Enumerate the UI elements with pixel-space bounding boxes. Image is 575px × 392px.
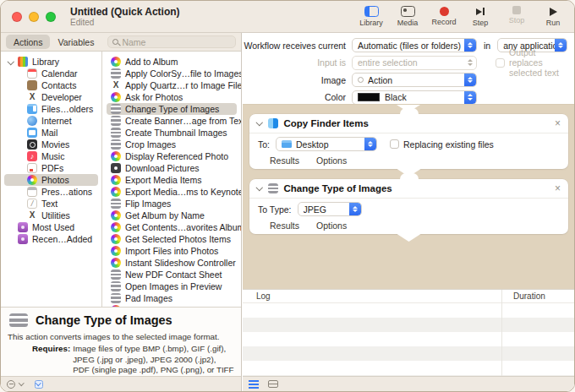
- mail-icon: [27, 128, 37, 138]
- media-photo-icon: [401, 6, 415, 17]
- action-item-import-files-into-photos[interactable]: Import Files into Photos: [102, 245, 241, 257]
- sidebar-item-music[interactable]: ♪Music: [1, 150, 101, 162]
- remove-action-button[interactable]: ×: [555, 182, 561, 194]
- action-item-get-selected-photos-items[interactable]: Get Selected Photos Items: [102, 233, 241, 245]
- library-toolbar-button[interactable]: Library: [359, 6, 384, 27]
- search-input[interactable]: [122, 37, 231, 47]
- xtool-icon: X: [27, 92, 37, 102]
- remove-action-button[interactable]: ×: [555, 117, 561, 129]
- sidebar-item-mail[interactable]: Mail: [1, 127, 101, 139]
- collapse-chevron-icon[interactable]: [256, 184, 263, 191]
- action-item-pad-images[interactable]: Pad Images: [102, 292, 241, 304]
- action-item-download-pictures[interactable]: Download Pictures: [102, 162, 241, 174]
- action-item-change-type-of-images[interactable]: Change Type of Images: [107, 103, 237, 115]
- folderdoc-icon: [27, 104, 37, 114]
- action-item-instant-slideshow-controller[interactable]: Instant Slideshow Controller: [102, 257, 241, 269]
- sidebar-item-calendar[interactable]: Calendar: [1, 68, 101, 79]
- action-item-get-contents-avorites-album[interactable]: Get Contents…avorites Album: [102, 221, 241, 233]
- options-link[interactable]: Options: [316, 220, 347, 231]
- workflow-receives-popup[interactable]: Automatic (files or folders): [352, 38, 477, 52]
- action-item-export-media-ms-to-keynote[interactable]: Export Media…ms to Keynote: [102, 186, 241, 198]
- results-link[interactable]: Results: [270, 155, 299, 166]
- record-toolbar-button[interactable]: Record: [431, 6, 457, 27]
- sidebar-item-movies[interactable]: Movies: [1, 139, 101, 150]
- collapse-chevron-icon[interactable]: [256, 119, 263, 126]
- photos-icon: [111, 246, 121, 256]
- action-item-get-album-by-name[interactable]: Get Album by Name: [102, 210, 241, 221]
- destination-popup[interactable]: Desktop: [276, 137, 377, 151]
- sidebar-item-label: Library: [32, 57, 59, 67]
- photos-icon: [111, 234, 121, 244]
- action-item-create-banner-age-from-text[interactable]: Create Banner…age from Text: [102, 115, 241, 127]
- close-window-button[interactable]: [12, 12, 22, 22]
- replacing-files-checkbox[interactable]: [390, 139, 399, 149]
- sidebar-item-recen-added[interactable]: Recen…Added: [1, 233, 101, 245]
- sidebar-item-most-used[interactable]: Most Used: [1, 221, 101, 233]
- action-menu-icon[interactable]: [7, 380, 15, 389]
- chevron-down-icon[interactable]: [19, 380, 24, 385]
- sidebar-item-utilities[interactable]: XUtilities: [1, 210, 101, 221]
- action-item-label: Change Type of Images: [125, 104, 219, 114]
- action-item-open-images-in-preview[interactable]: Open Images in Preview: [102, 280, 241, 292]
- action-item-crop-images[interactable]: Crop Images: [102, 139, 241, 150]
- sidebar-item-library[interactable]: Library: [1, 56, 101, 68]
- popup-stepper-icon: [349, 203, 361, 215]
- tab-variables[interactable]: Variables: [50, 35, 101, 49]
- minimize-window-button[interactable]: [29, 12, 39, 22]
- results-link[interactable]: Results: [270, 220, 299, 231]
- sidebar-item-developer[interactable]: XDeveloper: [1, 91, 101, 103]
- convert-icon: [111, 104, 121, 114]
- zoom-window-button[interactable]: [46, 12, 56, 22]
- log-empty-row: [243, 318, 574, 332]
- sidebar-item-photos[interactable]: Photos: [4, 174, 98, 186]
- action-item-add-to-album[interactable]: Add to Album: [102, 56, 241, 68]
- chevron-down-icon[interactable]: [8, 57, 14, 64]
- toggle-description-icon[interactable]: [35, 380, 43, 389]
- media-toolbar-label: Media: [397, 19, 419, 27]
- action-item-apply-quartz-r-to-image-files[interactable]: XApply Quartz…r to Image Files: [102, 79, 241, 91]
- image-popup[interactable]: Action: [352, 73, 477, 87]
- convert-icon: [111, 199, 121, 209]
- action-item-create-thumbnail-images[interactable]: Create Thumbnail Images: [102, 127, 241, 139]
- sidebar-item-label: Pres…ations: [41, 187, 92, 197]
- action-item-display-referenced-photo[interactable]: Display Referenced Photo: [102, 150, 241, 162]
- action-item-export-media-items[interactable]: Export Media Items: [102, 174, 241, 186]
- action-item-flip-images[interactable]: Flip Images: [102, 198, 241, 210]
- log-list-view-icon[interactable]: [249, 380, 259, 389]
- color-popup[interactable]: Black: [352, 90, 477, 105]
- sidebar-item-pres-ations[interactable]: Pres…ations: [1, 186, 101, 198]
- action-item-label: Export Media…ms to Keynote: [125, 187, 241, 197]
- sidebar-item-pdfs[interactable]: PDFs: [1, 162, 101, 174]
- action-item-new-pdf-contact-sheet[interactable]: New PDF Contact Sheet: [102, 269, 241, 280]
- options-link[interactable]: Options: [316, 155, 347, 166]
- stop-toolbar-button: Stop: [504, 6, 529, 27]
- sidebar-item-files-olders[interactable]: Files…olders: [1, 103, 101, 115]
- sidebar-item-label: Developer: [41, 92, 82, 102]
- log-pane-view-icon[interactable]: [268, 380, 278, 388]
- camera-icon: [111, 163, 121, 173]
- action-item-ask-for-photos[interactable]: Ask for Photos: [102, 91, 241, 103]
- presentation-icon: [27, 187, 37, 197]
- xtool-icon: X: [27, 210, 37, 220]
- tab-actions[interactable]: Actions: [6, 35, 50, 49]
- window-edited-status: Edited: [70, 18, 180, 28]
- sidebar-item-label: Movies: [41, 139, 69, 150]
- run-toolbar-button[interactable]: Run: [540, 6, 566, 27]
- action-item-label: Crop Images: [125, 139, 176, 150]
- photos-icon: [27, 175, 37, 185]
- action-item-label: Open Images in Preview: [125, 281, 222, 291]
- sidebar-item-label: Recen…Added: [32, 234, 92, 244]
- action-item-label: Import Files into Photos: [125, 246, 218, 256]
- replacing-files-checkbox-group[interactable]: Replacing existing files: [390, 139, 494, 150]
- popup-stepper-icon: [464, 91, 476, 104]
- photos-icon: [111, 222, 121, 232]
- sidebar-item-text[interactable]: /Text: [1, 198, 101, 210]
- sidebar-item-contacts[interactable]: Contacts: [1, 79, 101, 91]
- search-field[interactable]: [107, 35, 236, 48]
- step-toolbar-button[interactable]: Step: [468, 6, 493, 27]
- media-toolbar-button[interactable]: Media: [395, 6, 420, 27]
- sidebar-item-internet[interactable]: Internet: [1, 115, 101, 127]
- log-empty-row: [243, 303, 574, 318]
- image-type-popup[interactable]: JPEG: [298, 202, 362, 216]
- action-item-apply-colorsy-file-to-images[interactable]: Apply ColorSy…file to Images: [102, 68, 241, 79]
